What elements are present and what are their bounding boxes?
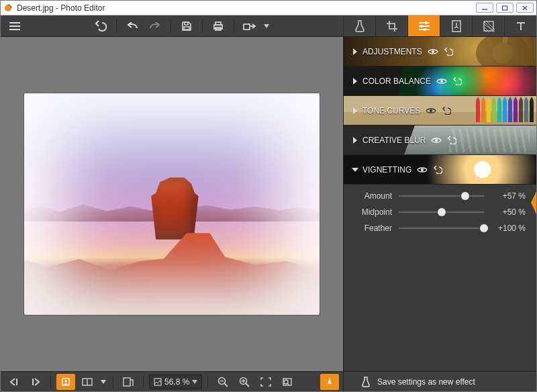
- feather-row: Feather +100 %: [350, 224, 526, 233]
- reset-icon[interactable]: [452, 77, 462, 85]
- actual-size-button[interactable]: [278, 374, 297, 390]
- visibility-icon[interactable]: [428, 48, 438, 55]
- svg-rect-11: [215, 22, 221, 25]
- category-vignetting[interactable]: VIGNETTING: [344, 155, 536, 185]
- svg-point-23: [440, 80, 443, 83]
- titlebar: Desert.jpg - Photo Editor: [1, 1, 536, 15]
- svg-point-25: [435, 139, 438, 142]
- category-creative-blur[interactable]: CREATIVE BLUR: [344, 126, 536, 155]
- fit-screen-button[interactable]: [256, 374, 275, 390]
- chevron-down-icon: [192, 380, 197, 384]
- category-label: VIGNETTING: [362, 165, 411, 175]
- export-dropdown[interactable]: [262, 17, 271, 35]
- crop-icon: [386, 20, 398, 32]
- category-label: TONE CURVES: [362, 106, 420, 115]
- feather-value: +100 %: [491, 224, 526, 233]
- amount-label: Amount: [350, 191, 392, 201]
- next-image-button[interactable]: [26, 374, 45, 390]
- separator: [234, 19, 234, 33]
- svg-line-36: [224, 383, 228, 387]
- zoom-in-button[interactable]: [235, 374, 254, 390]
- export-button[interactable]: [240, 17, 260, 35]
- midpoint-value: +50 %: [491, 207, 526, 217]
- category-adjustments[interactable]: ADJUSTMENTS: [344, 37, 536, 66]
- bottom-toolbar: 56.8 % Save settings as new effect: [1, 371, 536, 391]
- separator: [202, 19, 203, 33]
- svg-rect-13: [244, 24, 250, 30]
- before-after-dropdown[interactable]: [99, 374, 107, 390]
- before-after-portrait-button[interactable]: [56, 374, 75, 390]
- reset-icon[interactable]: [442, 107, 451, 115]
- reset-icon[interactable]: [444, 48, 453, 56]
- separator: [170, 19, 171, 33]
- svg-rect-42: [283, 379, 291, 385]
- category-label: ADJUSTMENTS: [362, 47, 422, 56]
- canvas-image: [24, 93, 320, 315]
- flask-icon: [354, 20, 365, 32]
- navigator-button[interactable]: [320, 374, 339, 390]
- separator: [116, 19, 117, 33]
- amount-row: Amount +57 %: [350, 191, 526, 201]
- visibility-icon[interactable]: [417, 166, 428, 173]
- top-toolbar: [1, 15, 536, 37]
- textures-tab[interactable]: [472, 15, 504, 36]
- prev-image-button[interactable]: [5, 374, 23, 390]
- vignetting-controls: Amount +57 % Midpoint +50 % Feather: [344, 185, 536, 241]
- svg-point-26: [421, 168, 424, 171]
- visibility-icon[interactable]: [426, 107, 436, 114]
- feather-slider[interactable]: [399, 224, 484, 233]
- category-color-balance[interactable]: COLOR BALANCE: [344, 66, 536, 96]
- print-button[interactable]: [208, 17, 228, 35]
- svg-point-24: [430, 109, 432, 112]
- snapshot-button[interactable]: [119, 374, 138, 390]
- svg-rect-34: [154, 379, 161, 385]
- main-area: ADJUSTMENTS COLOR BALANCE: [1, 37, 536, 371]
- midpoint-label: Midpoint: [350, 207, 392, 217]
- amount-slider[interactable]: [399, 191, 484, 201]
- redo-step-button[interactable]: [145, 17, 165, 35]
- undo-step-button[interactable]: [122, 17, 142, 35]
- save-effect-link[interactable]: Save settings as new effect: [377, 377, 475, 387]
- before-after-split-button[interactable]: [78, 374, 97, 390]
- top-toolbar-left: [1, 15, 343, 36]
- undo-button[interactable]: [91, 17, 111, 35]
- close-button[interactable]: [516, 3, 534, 13]
- visibility-icon[interactable]: [431, 137, 442, 144]
- app-window: Desert.jpg - Photo Editor: [0, 0, 537, 392]
- effects-tab[interactable]: [343, 15, 375, 36]
- menu-button[interactable]: [5, 17, 25, 35]
- chevron-right-icon: [353, 48, 357, 55]
- sliders-icon: [418, 21, 430, 32]
- frame-icon: [451, 20, 462, 32]
- flask-icon: [361, 377, 371, 387]
- save-button[interactable]: [177, 17, 197, 35]
- chevron-right-icon: [353, 137, 357, 144]
- visibility-icon[interactable]: [436, 78, 447, 85]
- midpoint-row: Midpoint +50 %: [350, 207, 526, 217]
- reset-icon[interactable]: [447, 136, 456, 144]
- svg-rect-33: [124, 378, 130, 386]
- chevron-right-icon: [353, 107, 357, 114]
- reset-icon[interactable]: [433, 166, 442, 174]
- frames-tab[interactable]: [440, 15, 472, 36]
- zoom-out-button[interactable]: [213, 374, 232, 390]
- adjust-tab[interactable]: [407, 15, 440, 36]
- category-label: COLOR BALANCE: [362, 77, 431, 86]
- amount-value: +57 %: [491, 191, 526, 201]
- minimize-button[interactable]: [476, 3, 493, 13]
- maximize-button[interactable]: [496, 3, 514, 13]
- bottom-toolbar-right: Save settings as new effect: [343, 372, 536, 391]
- category-label: CREATIVE BLUR: [362, 136, 426, 145]
- crop-tab[interactable]: [375, 15, 407, 36]
- text-tab[interactable]: [504, 15, 536, 36]
- category-tone-curves[interactable]: TONE CURVES: [344, 96, 536, 126]
- zoom-display[interactable]: 56.8 %: [149, 375, 202, 389]
- svg-point-30: [64, 380, 66, 382]
- canvas-area[interactable]: [1, 37, 343, 371]
- svg-point-19: [424, 28, 426, 31]
- bottom-toolbar-left: 56.8 %: [1, 372, 343, 391]
- window-title: Desert.jpg - Photo Editor: [17, 3, 476, 13]
- midpoint-slider[interactable]: [399, 207, 484, 217]
- texture-icon: [483, 20, 495, 32]
- side-panel: ADJUSTMENTS COLOR BALANCE: [343, 37, 536, 371]
